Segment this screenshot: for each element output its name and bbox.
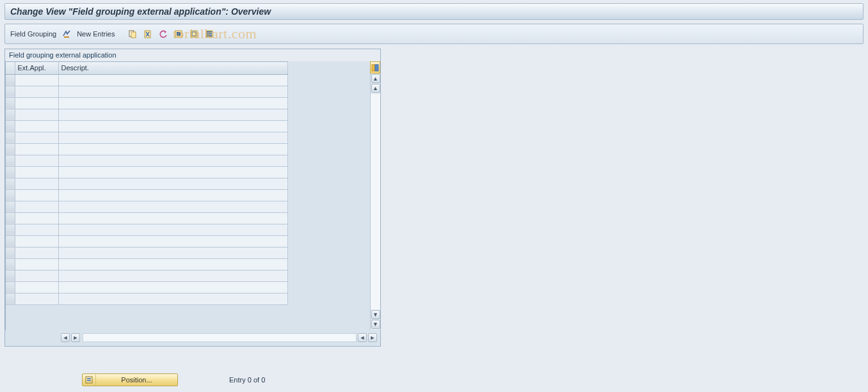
print-icon[interactable]	[204, 29, 214, 39]
row-selector[interactable]	[6, 132, 15, 143]
cell-descript[interactable]	[58, 281, 287, 293]
position-button[interactable]: Position...	[82, 373, 178, 386]
scroll-left-end-icon[interactable]: ◄	[358, 333, 367, 342]
cell-ext-appl[interactable]	[15, 143, 58, 155]
scroll-up-icon[interactable]: ▲	[371, 74, 380, 83]
cell-ext-appl[interactable]	[15, 109, 58, 120]
cell-descript[interactable]	[58, 270, 287, 281]
row-selector[interactable]	[6, 270, 15, 281]
select-all-header[interactable]	[6, 62, 15, 74]
cell-ext-appl[interactable]	[15, 132, 58, 143]
row-selector[interactable]	[6, 74, 15, 86]
row-selector[interactable]	[6, 201, 15, 212]
cell-ext-appl[interactable]	[15, 235, 58, 247]
column-ext-appl[interactable]: Ext.Appl.	[15, 62, 58, 74]
cell-descript[interactable]	[58, 212, 287, 224]
data-grid[interactable]: Ext.Appl. Descript.	[5, 61, 288, 330]
cell-descript[interactable]	[58, 74, 287, 86]
cell-ext-appl[interactable]	[15, 270, 58, 281]
row-selector[interactable]	[6, 189, 15, 201]
cell-descript[interactable]	[58, 132, 287, 143]
row-selector[interactable]	[6, 235, 15, 247]
cell-ext-appl[interactable]	[15, 293, 58, 304]
position-icon	[83, 374, 96, 386]
cell-descript[interactable]	[58, 293, 287, 304]
cell-descript[interactable]	[58, 120, 287, 132]
svg-rect-12	[375, 65, 378, 71]
cell-ext-appl[interactable]	[15, 86, 58, 97]
copy-icon[interactable]	[127, 29, 138, 39]
row-selector[interactable]	[6, 247, 15, 258]
cell-descript[interactable]	[58, 109, 287, 120]
cell-descript[interactable]	[58, 86, 287, 97]
scroll-down2-icon[interactable]: ▼	[371, 320, 380, 329]
horizontal-scrollbar[interactable]: ◄ ► ◄ ►	[5, 330, 380, 346]
cell-descript[interactable]	[58, 178, 287, 189]
toolbar-field-grouping[interactable]: Field Grouping	[10, 30, 56, 38]
cell-descript[interactable]	[58, 97, 287, 109]
cell-descript[interactable]	[58, 247, 287, 258]
row-selector[interactable]	[6, 86, 15, 97]
svg-rect-4	[177, 32, 181, 36]
scroll-right-icon[interactable]: ►	[368, 333, 377, 342]
svg-rect-9	[207, 33, 212, 35]
hscroll-track[interactable]	[83, 333, 357, 342]
cell-ext-appl[interactable]	[15, 97, 58, 109]
entry-count-text: Entry 0 of 0	[229, 376, 265, 384]
row-selector[interactable]	[6, 97, 15, 109]
svg-rect-11	[372, 65, 374, 71]
footer-bar: Position... Entry 0 of 0	[0, 371, 868, 389]
row-selector[interactable]	[6, 120, 15, 132]
row-selector[interactable]	[6, 178, 15, 189]
toggle-icon[interactable]	[61, 29, 72, 39]
row-selector[interactable]	[6, 293, 15, 304]
vertical-scrollbar[interactable]: ▲ ▲ ▼ ▼	[370, 74, 380, 330]
cell-ext-appl[interactable]	[15, 120, 58, 132]
deselect-all-icon[interactable]	[189, 29, 199, 39]
table-settings-icon[interactable]	[370, 61, 380, 74]
column-descript[interactable]: Descript.	[58, 62, 287, 74]
row-selector[interactable]	[6, 155, 15, 166]
row-selector[interactable]	[6, 212, 15, 224]
svg-rect-1	[131, 32, 136, 38]
cell-descript[interactable]	[58, 235, 287, 247]
row-selector[interactable]	[6, 258, 15, 270]
cell-descript[interactable]	[58, 166, 287, 178]
scroll-left-icon[interactable]: ◄	[61, 333, 70, 342]
scroll-track[interactable]	[371, 94, 380, 310]
cell-ext-appl[interactable]	[15, 189, 58, 201]
row-selector[interactable]	[6, 109, 15, 120]
delete-icon[interactable]	[143, 29, 153, 39]
cell-ext-appl[interactable]	[15, 201, 58, 212]
cell-ext-appl[interactable]	[15, 166, 58, 178]
select-all-icon[interactable]	[173, 29, 184, 39]
cell-ext-appl[interactable]	[15, 178, 58, 189]
scroll-right-begin-icon[interactable]: ►	[71, 333, 80, 342]
row-selector[interactable]	[6, 143, 15, 155]
cell-ext-appl[interactable]	[15, 258, 58, 270]
cell-descript[interactable]	[58, 258, 287, 270]
cell-ext-appl[interactable]	[15, 212, 58, 224]
page-title-text: Change View "Field grouping external app…	[10, 6, 271, 17]
cell-descript[interactable]	[58, 224, 287, 235]
row-selector[interactable]	[6, 281, 15, 293]
cell-descript[interactable]	[58, 143, 287, 155]
toolbar-new-entries[interactable]: New Entries	[77, 30, 115, 38]
cell-descript[interactable]	[58, 201, 287, 212]
cell-descript[interactable]	[58, 155, 287, 166]
row-selector[interactable]	[6, 224, 15, 235]
row-selector[interactable]	[6, 166, 15, 178]
cell-ext-appl[interactable]	[15, 224, 58, 235]
scroll-up2-icon[interactable]: ▲	[371, 84, 380, 93]
cell-ext-appl[interactable]	[15, 281, 58, 293]
cell-descript[interactable]	[58, 189, 287, 201]
scroll-down-icon[interactable]: ▼	[371, 310, 380, 319]
svg-rect-10	[207, 35, 212, 36]
svg-rect-8	[207, 31, 212, 33]
cell-ext-appl[interactable]	[15, 247, 58, 258]
panel-title: Field grouping external application	[5, 49, 380, 61]
cell-ext-appl[interactable]	[15, 155, 58, 166]
svg-rect-14	[87, 378, 91, 379]
undo-icon[interactable]	[158, 29, 168, 39]
cell-ext-appl[interactable]	[15, 74, 58, 86]
